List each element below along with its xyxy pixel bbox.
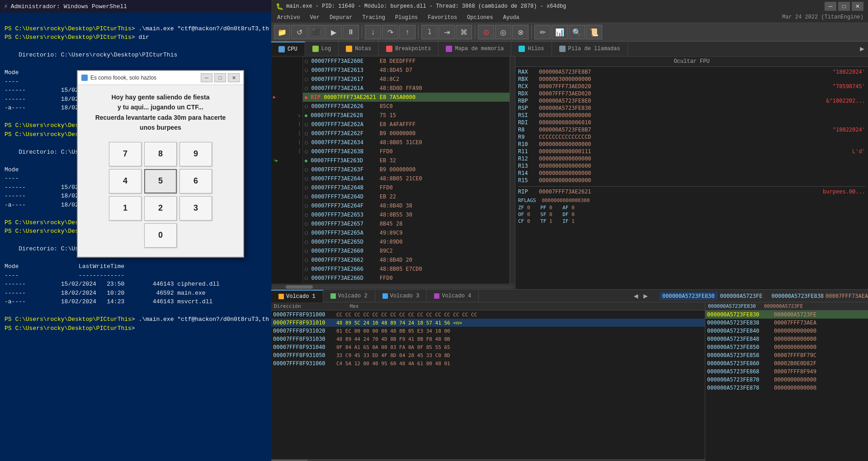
table-row[interactable]: ○ 00007FFF73AE2626 85C0	[303, 102, 509, 111]
dialog-maximize-button[interactable]: □	[214, 73, 226, 82]
table-row[interactable]: ○ 00007FFF73AE265D 49:89D0	[303, 237, 509, 246]
reg-rdi: RDI 0000000080006010	[518, 119, 865, 126]
tab-log[interactable]: Log	[305, 42, 339, 56]
tab-pila[interactable]: Pila de llamadas	[552, 42, 628, 56]
tab-volcado-2[interactable]: Volcado 2	[323, 290, 375, 302]
menu-depurar[interactable]: Depurar	[328, 14, 354, 21]
tb-hw-bp[interactable]: ⊗	[512, 25, 528, 39]
numpad-6[interactable]: 6	[179, 169, 212, 193]
table-row[interactable]: ○ 00007FFF73AE261A 48:8D0D FFA90	[303, 84, 509, 93]
table-row[interactable]: ○ 00007FFF73AE264B FFD0	[303, 183, 509, 192]
table-row[interactable]: ○ 00007FFF73AE2653 48:8B55 30	[303, 210, 509, 219]
tab-volcado-3[interactable]: Volcado 3	[375, 290, 427, 302]
table-row[interactable]: ○ 00007FFF73AE265A 49:89C9	[303, 228, 509, 237]
table-row[interactable]: ○ 00007FFF73AE262A E8 A4FAFFFF	[303, 120, 509, 129]
menu-opciones[interactable]: Opciones	[466, 14, 495, 21]
table-row[interactable]: ○ 00007FFF73AE2613 48:8D45 D7	[303, 66, 509, 75]
tb-mem-bp[interactable]: ◎	[495, 25, 511, 39]
tab-hilos[interactable]: Hilos	[511, 42, 552, 56]
tb-seb[interactable]: 🔍	[569, 25, 585, 39]
table-row[interactable]: ● 00007FFF73AE263D EB 32	[303, 156, 509, 165]
tb-call-stack[interactable]: 📊	[552, 25, 568, 39]
stack-rows[interactable]: 000000A5723FE830 000000A5723FE 000000A57…	[705, 310, 868, 459]
tab-breakpoints[interactable]: Breakpoints	[379, 42, 439, 56]
table-row[interactable]: ○ 00007FFF73AE2666 48:8B05 E7CD0	[303, 264, 509, 273]
numpad-9[interactable]: 9	[179, 142, 212, 166]
table-row[interactable]: ○ 00007FFF73AE266D FFD0	[303, 273, 509, 282]
table-row[interactable]: ○ 00007FFF73AE2662 48:8B4D 20	[303, 255, 509, 264]
menu-ver[interactable]: Ver	[308, 14, 321, 21]
table-row[interactable]: ○ 00007FFF73AE2660 89C2	[303, 246, 509, 255]
tab-cpu[interactable]: CPU	[271, 42, 305, 56]
debugger-titlebar-buttons: ─ □ ✕	[825, 2, 863, 11]
tb-restart[interactable]: ↺	[291, 25, 307, 39]
numpad-8[interactable]: 8	[144, 142, 177, 166]
menu-tracing[interactable]: Tracing	[361, 14, 386, 21]
table-row[interactable]: ○ 00007FFF73AE2617 48:8C2	[303, 75, 509, 84]
tb-step-over[interactable]: ↷	[382, 25, 398, 39]
bottom-tab-prev[interactable]: ◀	[631, 292, 641, 301]
reg-rbx: RBX 0000003000000000	[518, 76, 865, 82]
debugger-maximize-button[interactable]: □	[838, 2, 850, 11]
tb-step-out[interactable]: ↑	[399, 25, 415, 39]
reg-rcx: RCX 00007FFF73AED020 "78598745'	[518, 83, 865, 89]
dump-rows[interactable]: 00007FFF8F931000 CC CC CC CC CC CC CC CC…	[271, 310, 705, 459]
bottom-tab-nav: ◀ ▶	[631, 292, 651, 301]
dialog-msg-line4: unos burpees	[87, 122, 234, 132]
numpad-4[interactable]: 4	[109, 169, 142, 193]
dialog-close-button[interactable]: ✕	[228, 73, 240, 82]
menu-ayuda[interactable]: Ayuda	[502, 14, 521, 21]
powershell-titlebar: ⚡ Administrador: Windows PowerShell	[0, 0, 271, 13]
code-scrollbar[interactable]	[509, 56, 515, 284]
stack-row: 000000A5723FE840 0000000000000	[705, 327, 868, 335]
tab-volcado-1[interactable]: Volcado 1	[271, 290, 323, 302]
numpad-5[interactable]: 5	[144, 169, 177, 193]
tb-pause[interactable]: ⏸	[343, 25, 359, 39]
table-row[interactable]: ○ 00007FFF73AE264F 48:8B4D 38	[303, 201, 509, 210]
code-hscroll[interactable]	[271, 284, 515, 289]
table-row[interactable]: ● 00007FFF73AE2628 75 15	[303, 111, 509, 120]
fpu-toggle[interactable]: Ocultar FPU	[515, 56, 868, 67]
dialog-minimize-button[interactable]: ─	[201, 73, 212, 82]
tb-animate-command[interactable]: ⌘	[456, 25, 472, 39]
menu-favoritos[interactable]: Favoritos	[426, 14, 458, 21]
numpad-1[interactable]: 1	[109, 196, 142, 221]
tb-animate-into[interactable]: ⤵	[421, 25, 438, 39]
tb-run[interactable]: ▶	[326, 25, 342, 39]
dump-hscroll[interactable]	[271, 459, 705, 461]
numpad-0[interactable]: 0	[144, 223, 177, 248]
table-row[interactable]: ○ 00007FFF73AE263F B9 00000000	[303, 165, 509, 174]
table-row[interactable]: ○ 00007FFF73AE263B FFD0	[303, 147, 509, 156]
tab-volcado-4[interactable]: Volcado 4	[427, 290, 479, 302]
v1-icon	[278, 294, 284, 299]
table-row[interactable]: ○ 00007FFF73AE264D EB 22	[303, 192, 509, 201]
table-row[interactable]: ○ 00007FFF73AE2657 8B45 28	[303, 219, 509, 228]
bp-tab-icon	[386, 46, 392, 52]
table-row[interactable]: ○ 00007FFF73AE2644 48:8B05 21CE0	[303, 174, 509, 183]
tb-open[interactable]: 📁	[274, 25, 290, 39]
numpad-3[interactable]: 3	[179, 196, 212, 221]
table-row[interactable]: ○ 00007FFF73AE260E E8 DEEDFFFF	[303, 56, 509, 66]
debugger-minimize-button[interactable]: ─	[825, 2, 836, 11]
tab-notas[interactable]: Notas	[339, 42, 379, 56]
tb-step-into[interactable]: ↓	[365, 25, 381, 39]
table-row-rip[interactable]: ● RIP 00007FFF73AE2621 E8 7A5A0000	[303, 93, 509, 102]
tb-close[interactable]: ⬛	[308, 25, 325, 39]
hscroll-thumb[interactable]	[286, 285, 313, 289]
tab-mapa-memoria[interactable]: Mapa de memoria	[439, 42, 511, 56]
table-row[interactable]: ○ 00007FFF73AE2634 48:8B05 31CE0	[303, 138, 509, 147]
menu-plugins[interactable]: Plugins	[394, 14, 419, 21]
debugger-close-button[interactable]: ✕	[852, 2, 863, 11]
tb-animate-over[interactable]: ⇥	[439, 25, 455, 39]
numpad-2[interactable]: 2	[144, 196, 177, 221]
disasm-area[interactable]: ○ 00007FFF73AE260E E8 DEEDFFFF ○ 00007FF…	[303, 56, 509, 284]
tb-patch[interactable]: ✏	[534, 25, 551, 39]
bottom-tab-next[interactable]: ▶	[641, 292, 651, 301]
tb-bp[interactable]: ⊙	[478, 25, 494, 39]
stack-row: 000000A5723FE868 00007FFF8F949	[705, 367, 868, 376]
tab-scroll-right[interactable]: ▶	[856, 44, 868, 53]
tb-script[interactable]: 📜	[586, 25, 602, 39]
numpad-7[interactable]: 7	[109, 142, 142, 166]
menu-archivo[interactable]: Archivo	[276, 14, 301, 21]
table-row[interactable]: ○ 00007FFF73AE262F B9 00000000	[303, 129, 509, 138]
